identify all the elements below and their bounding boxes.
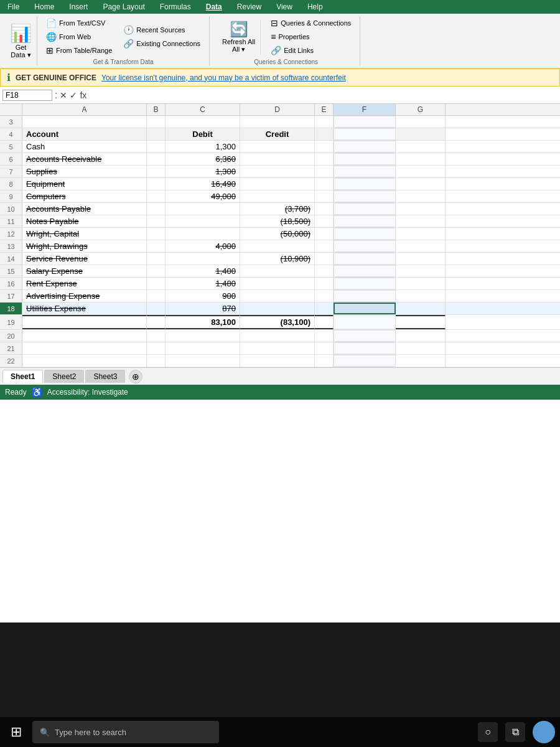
cell-22b[interactable] [147,355,166,367]
cell-11g[interactable] [396,215,446,227]
from-table-range-button[interactable]: ⊞ From Table/Range [42,44,116,57]
cell-3d[interactable] [240,116,315,128]
cell-14g[interactable] [396,253,446,265]
cell-13a[interactable]: Wright, Drawings [22,240,147,252]
cell-14f[interactable] [334,253,396,265]
cell-14c[interactable] [166,253,240,265]
cell-18b[interactable] [147,303,166,314]
cell-11a[interactable]: Notes Payable [22,215,147,227]
cell-12g[interactable] [396,228,446,240]
cell-19a[interactable] [22,315,147,329]
cell-8f[interactable] [334,178,396,190]
cell-15b[interactable] [147,265,166,277]
cell-7e[interactable] [315,166,334,177]
cell-16d[interactable] [240,278,315,289]
cell-17g[interactable] [396,290,446,302]
cell-21c[interactable] [166,342,240,354]
cell-12c[interactable] [166,228,240,240]
cell-18d[interactable] [240,303,315,314]
menu-view[interactable]: View [274,1,295,12]
cell-8d[interactable] [240,178,315,190]
cell-7a[interactable]: Supplies [22,166,147,177]
cell-9g[interactable] [396,190,446,202]
cell-3b[interactable] [147,116,166,128]
existing-connections-button[interactable]: 🔗 Existing Connections [119,37,204,50]
cell-7f[interactable] [334,166,396,177]
menu-insert[interactable]: Insert [67,1,90,12]
cell-13b[interactable] [147,240,166,252]
insert-function-button[interactable]: fx [80,90,86,100]
cell-18a[interactable]: Utilities Expense [22,303,147,314]
cell-20f[interactable] [334,330,396,342]
cell-9f[interactable] [334,190,396,202]
cell-9c[interactable]: 49,000 [166,190,240,202]
cell-13e[interactable] [315,240,334,252]
menu-page-layout[interactable]: Page Layout [100,1,147,12]
cell-15g[interactable] [396,265,446,277]
cell-13f[interactable] [334,240,396,252]
cell-17d[interactable] [240,290,315,302]
cell-12a[interactable]: Wright, Capital [22,228,147,240]
cell-4d[interactable]: Credit [240,128,315,140]
cell-21f[interactable] [334,342,396,354]
from-text-csv-button[interactable]: 📄 From Text/CSV [42,17,116,29]
menu-file[interactable]: File [5,1,22,12]
cell-6c[interactable]: 6,360 [166,153,240,165]
cell-22g[interactable] [396,355,446,367]
cell-5b[interactable] [147,141,166,153]
cell-14d[interactable]: (10,900) [240,253,315,265]
cell-4e[interactable] [315,128,334,140]
cell-17e[interactable] [315,290,334,302]
start-button[interactable]: ⊞ [5,721,27,743]
cell-19e[interactable] [315,315,334,329]
cell-16e[interactable] [315,278,334,289]
cell-15a[interactable]: Salary Expense [22,265,147,277]
cell-18c[interactable]: 870 [166,303,240,314]
cell-5e[interactable] [315,141,334,153]
cell-9e[interactable] [315,190,334,202]
get-data-button[interactable]: 📊 Get Data ▾ [5,16,37,65]
cell-21e[interactable] [315,342,334,354]
cell-22e[interactable] [315,355,334,367]
cell-10f[interactable] [334,203,396,215]
taskbar-user-icon[interactable] [533,721,555,743]
refresh-all-button[interactable]: 🔄 Refresh All All ▾ [217,19,261,55]
cell-13c[interactable]: 4,000 [166,240,240,252]
cell-11e[interactable] [315,215,334,227]
cell-10d[interactable]: (3,700) [240,203,315,215]
formula-input[interactable] [89,90,558,100]
taskbar-multitask-icon[interactable]: ⧉ [505,722,525,742]
cell-11f[interactable] [334,215,396,227]
cell-20g[interactable] [396,330,446,342]
name-box[interactable] [2,90,52,101]
cell-19g[interactable] [396,315,446,329]
cell-20d[interactable] [240,330,315,342]
cell-6f[interactable] [334,153,396,165]
cell-8b[interactable] [147,178,166,190]
cell-3a[interactable] [22,116,147,128]
cell-4g[interactable] [396,128,446,140]
cell-21g[interactable] [396,342,446,354]
cell-6a[interactable]: Accounts Receivable [22,153,147,165]
cell-11c[interactable] [166,215,240,227]
cell-3c[interactable] [166,116,240,128]
cell-15f[interactable] [334,265,396,277]
cell-22c[interactable] [166,355,240,367]
cell-8c[interactable]: 16,490 [166,178,240,190]
cell-8g[interactable] [396,178,446,190]
cell-20b[interactable] [147,330,166,342]
cell-20e[interactable] [315,330,334,342]
cell-6g[interactable] [396,153,446,165]
cell-20c[interactable] [166,330,240,342]
cell-3g[interactable] [396,116,446,128]
cell-10c[interactable] [166,203,240,215]
cell-3e[interactable] [315,116,334,128]
cell-15d[interactable] [240,265,315,277]
cell-7d[interactable] [240,166,315,177]
cell-11b[interactable] [147,215,166,227]
cell-4b[interactable] [147,128,166,140]
properties-button[interactable]: ≡ Properties [267,31,355,43]
menu-home[interactable]: Home [32,1,57,12]
cell-3f[interactable] [334,116,396,128]
cell-19d[interactable]: (83,100) [240,315,315,329]
